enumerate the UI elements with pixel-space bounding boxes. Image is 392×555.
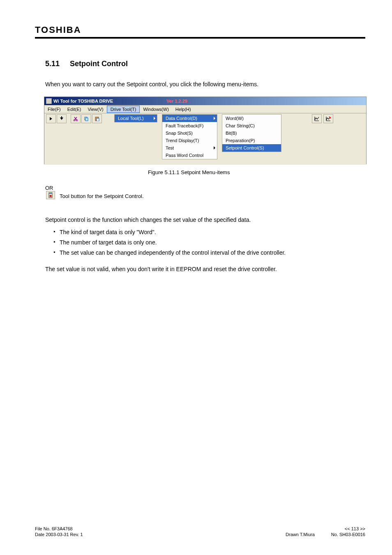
setpoint-tool-button-container <box>46 191 55 199</box>
intro-paragraph: When you want to carry out the Setpoint … <box>45 80 365 89</box>
menu-file[interactable]: File(F) <box>44 106 64 113</box>
toolbar-btn-1[interactable] <box>46 114 56 123</box>
menuitem-preparation[interactable]: Preparation(P) <box>222 137 281 144</box>
menu-windows[interactable]: Windows(W) <box>140 106 172 113</box>
toolbar-btn-2[interactable] <box>57 114 67 123</box>
menuitem-local-tool[interactable]: Local Tool(L) <box>115 115 157 122</box>
menuitem-setpoint-control[interactable]: Setpoint Control(S) <box>222 144 281 152</box>
arrow-down-icon <box>59 116 64 121</box>
chart-pencil-icon <box>325 116 331 122</box>
menuitem-bit[interactable]: Bit(B) <box>222 129 281 137</box>
window-version: Ver 1.2.29 <box>166 99 187 104</box>
submenu-data-control: Data Control(D) Fault Traceback(F) Snap … <box>162 114 217 159</box>
setpoint-tool-button[interactable] <box>46 191 55 199</box>
menuitem-charstring[interactable]: Char String(C) <box>222 122 281 129</box>
menuitem-word[interactable]: Word(W) <box>222 115 281 122</box>
menuitem-test[interactable]: Test <box>162 144 217 152</box>
page-header: TOSHIBA <box>35 25 365 39</box>
list-item: The set value can be changed independent… <box>53 249 365 257</box>
toolbar-btn-chart1[interactable] <box>312 114 322 123</box>
svg-rect-4 <box>85 118 88 121</box>
brand-logo: TOSHIBA <box>35 25 365 35</box>
menuitem-label: Data Control(D) <box>166 116 197 121</box>
toolbar-left <box>46 114 102 123</box>
toolbar-right <box>312 114 333 123</box>
svg-rect-8 <box>49 193 52 194</box>
menuitem-trend-display[interactable]: Trend Display(T) <box>162 137 217 144</box>
menu-view[interactable]: View(V) <box>84 106 106 113</box>
svg-point-9 <box>50 195 52 197</box>
footer-page-num: << 113 >> <box>345 526 365 531</box>
menu-drive-tool[interactable]: Drive Tool(T) <box>107 106 140 113</box>
note-line: The set value is not valid, when you don… <box>45 265 365 274</box>
or-text: OR <box>45 185 53 191</box>
menu-edit[interactable]: Edit(E) <box>64 106 85 113</box>
menuitem-snap-shot[interactable]: Snap Shot(S) <box>162 129 217 137</box>
list-item: The number of target data is only one. <box>53 238 365 247</box>
chevron-right-icon <box>214 146 215 150</box>
section-title: Setpoint Control <box>70 60 128 68</box>
submenu-data-types: Word(W) Char String(C) Bit(B) Preparatio… <box>222 114 281 152</box>
menuitem-data-control[interactable]: Data Control(D) <box>162 115 217 122</box>
setpoint-description: Setpoint control is the function which c… <box>45 216 365 224</box>
toolbar-btn-cut[interactable] <box>71 114 81 123</box>
svg-rect-6 <box>97 118 99 121</box>
arrow-icon <box>48 116 53 121</box>
footer-doc-no: No. SH03-E0016 <box>331 532 365 537</box>
menuitem-local-tool-label: Local Tool(L) <box>118 116 144 121</box>
app-window: Wi Tool for TOSHIBA DRIVE Ver 1.2.29 Fil… <box>44 97 367 164</box>
svg-rect-0 <box>61 116 62 119</box>
footer-drawn: Drawn T.Miura <box>286 532 315 537</box>
brand-underline <box>35 37 365 39</box>
menubar: File(F) Edit(E) View(V) Drive Tool(T) Wi… <box>44 105 366 113</box>
app-icon <box>46 98 52 104</box>
menuitem-password-control[interactable]: Pass Word Control <box>162 152 217 159</box>
figure-caption: Figure 5.11.1 Setpoint Menu-items <box>148 169 230 175</box>
setpoint-icon <box>48 192 53 198</box>
toolbar-btn-chart2[interactable] <box>323 114 333 123</box>
chart-icon <box>314 116 320 122</box>
section-number: 5.11 <box>45 60 60 68</box>
menu-help[interactable]: Help(H) <box>172 106 194 113</box>
window-title: Wi Tool for TOSHIBA DRIVE <box>53 99 113 104</box>
copy-icon <box>84 116 89 121</box>
tool-button-desc: Tool button for the Setpoint Control. <box>60 193 144 199</box>
footer-file-no: File No. 6F3A4768 <box>35 526 73 531</box>
cut-icon <box>73 116 78 121</box>
menuitem-label: Test <box>166 145 174 150</box>
menuitem-fault-traceback[interactable]: Fault Traceback(F) <box>162 122 217 129</box>
submenu-local-tool: Local Tool(L) <box>114 114 157 122</box>
toolbar-btn-paste[interactable] <box>92 114 102 123</box>
toolbar-btn-copy[interactable] <box>81 114 91 123</box>
page-footer: File No. 6F3A4768 << 113 >> Date 2003-03… <box>35 526 365 537</box>
footer-date: Date 2003-03-31 Rev. 1 <box>35 532 83 537</box>
titlebar: Wi Tool for TOSHIBA DRIVE Ver 1.2.29 <box>44 97 366 105</box>
list-item: The kind of target data is only "Word". <box>53 228 365 237</box>
paste-icon <box>95 116 99 121</box>
chevron-right-icon <box>214 117 215 120</box>
setpoint-notes-list: The kind of target data is only "Word". … <box>45 228 365 259</box>
chevron-right-icon <box>154 117 155 120</box>
toolbar-area: Local Tool(L) Data Control(D) Fault Trac… <box>44 113 366 165</box>
